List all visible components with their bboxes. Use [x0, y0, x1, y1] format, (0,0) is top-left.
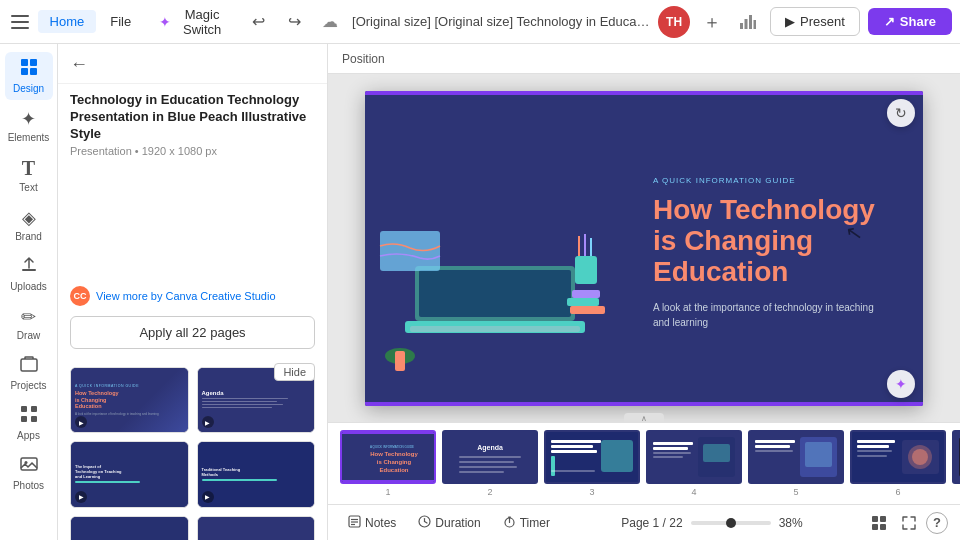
svg-rect-17 — [21, 458, 37, 470]
nav-file[interactable]: File — [98, 10, 143, 33]
sidebar-item-apps[interactable]: Apps — [5, 399, 53, 447]
film-slide-3[interactable]: 3 — [544, 430, 640, 497]
topbar-nav: Home File — [38, 10, 144, 33]
template-thumb-1[interactable]: A QUICK INFORMATION GUIDE How Technology… — [70, 367, 189, 434]
progress-bar[interactable] — [691, 521, 771, 525]
film-thumb-3[interactable] — [544, 430, 640, 484]
apply-all-button[interactable]: Apply all 22 pages — [70, 316, 315, 349]
timer-button[interactable]: Timer — [495, 511, 558, 535]
svg-rect-59 — [703, 444, 730, 462]
undo-button[interactable]: ↩ — [244, 8, 272, 36]
sidebar-item-photos[interactable]: Photos — [5, 449, 53, 497]
film-slide-1[interactable]: A QUICK INFORMATION GUIDE How Technology… — [340, 430, 436, 497]
svg-rect-2 — [11, 27, 29, 29]
analytics-button[interactable] — [734, 8, 762, 36]
film-slide-4[interactable]: 4 — [646, 430, 742, 497]
svg-rect-48 — [551, 445, 593, 448]
svg-rect-47 — [551, 440, 601, 443]
film-thumb-5[interactable] — [748, 430, 844, 484]
author-avatar: CC — [70, 286, 90, 306]
sidebar-item-label-uploads: Uploads — [10, 281, 47, 292]
template-thumb-4[interactable]: Traditional TeachingMethods ▶ — [197, 441, 316, 508]
duration-button[interactable]: Duration — [410, 511, 488, 535]
cloud-save-icon[interactable]: ☁ — [316, 8, 344, 36]
share-icon: ↗ — [884, 14, 895, 29]
filmstrip-collapse-button[interactable]: ∧ — [624, 413, 664, 423]
sidebar-item-projects[interactable]: Projects — [5, 349, 53, 397]
svg-rect-14 — [31, 406, 37, 412]
nav-home[interactable]: Home — [38, 10, 97, 33]
svg-rect-7 — [21, 59, 28, 66]
sidebar-item-uploads[interactable]: Uploads — [5, 250, 53, 298]
add-collaborator-button[interactable]: ＋ — [698, 8, 726, 36]
sidebar-item-text[interactable]: T Text — [5, 151, 53, 199]
sidebar-item-design[interactable]: Design — [5, 52, 53, 100]
canvas-right-panel: A QUICK INFORMATION GUIDE How Technology… — [623, 91, 923, 406]
svg-rect-0 — [11, 15, 29, 17]
brand-icon: ◈ — [22, 207, 36, 229]
canvas-magic-button[interactable]: ✦ — [887, 370, 915, 398]
film-thumb-2[interactable]: Agenda — [442, 430, 538, 484]
film-slide-num-1: 1 — [385, 487, 390, 497]
svg-point-73 — [912, 449, 928, 465]
film-thumb-1[interactable]: A QUICK INFORMATION GUIDE How Technology… — [340, 430, 436, 484]
slide-canvas[interactable]: A QUICK INFORMATION GUIDE How Technology… — [365, 91, 923, 406]
sidebar-item-brand[interactable]: ◈ Brand — [5, 201, 53, 248]
panel-back-button[interactable]: ← — [70, 54, 88, 75]
svg-rect-27 — [572, 290, 600, 298]
svg-rect-65 — [805, 442, 832, 467]
template-thumb-5[interactable]: Teaching and Learningwith Technology ▶ — [70, 516, 189, 540]
canvas-guide-text: A QUICK INFORMATION GUIDE — [653, 176, 893, 185]
template-title: Technology in Education Technology Prese… — [70, 92, 315, 143]
svg-rect-3 — [740, 23, 743, 29]
film-thumb-7[interactable] — [952, 430, 960, 484]
fullscreen-button[interactable] — [896, 510, 922, 536]
sidebar-item-label-projects: Projects — [10, 380, 46, 391]
sidebar-item-draw[interactable]: ✏ Draw — [5, 300, 53, 347]
template-thumb-3[interactable]: The Impact ofTechnology on Teachingand L… — [70, 441, 189, 508]
svg-rect-12 — [21, 359, 37, 371]
svg-rect-90 — [872, 524, 878, 530]
hide-panel-button[interactable]: Hide — [274, 363, 315, 381]
projects-icon — [20, 355, 38, 378]
share-button[interactable]: ↗ Share — [868, 8, 952, 35]
panel-header: ← — [58, 44, 327, 84]
svg-rect-52 — [601, 440, 633, 472]
canvas-reload-button[interactable]: ↻ — [887, 99, 915, 127]
author-link[interactable]: View more by Canva Creative Studio — [96, 290, 276, 302]
progress-track[interactable] — [691, 521, 771, 525]
canvas-main[interactable]: A QUICK INFORMATION GUIDE How Technology… — [328, 74, 960, 422]
template-thumb-6[interactable]: How to set upa virtual classroom ▶ — [197, 516, 316, 540]
film-slide-2[interactable]: Agenda 2 — [442, 430, 538, 497]
bottom-center: Page 1 / 22 38% — [564, 516, 860, 530]
svg-rect-63 — [755, 450, 793, 452]
magic-switch-button[interactable]: ✦ Magic Switch — [149, 3, 238, 41]
film-thumb-4[interactable] — [646, 430, 742, 484]
grid-view-button[interactable] — [866, 510, 892, 536]
svg-rect-28 — [575, 256, 597, 284]
avatar[interactable]: TH — [658, 6, 690, 38]
topbar-right: TH ＋ ▶ Present ↗ Share — [658, 6, 952, 38]
svg-rect-55 — [653, 447, 688, 450]
progress-thumb[interactable] — [726, 518, 736, 528]
film-slide-num-4: 4 — [691, 487, 696, 497]
svg-rect-9 — [21, 68, 28, 75]
svg-rect-91 — [880, 524, 886, 530]
film-slide-5[interactable]: 5 — [748, 430, 844, 497]
film-slide-7[interactable]: 7 — [952, 430, 960, 497]
share-label: Share — [900, 14, 936, 29]
notes-button[interactable]: Notes — [340, 511, 404, 535]
svg-rect-45 — [459, 471, 504, 473]
sidebar-item-elements[interactable]: ✦ Elements — [5, 102, 53, 149]
film-slide-6[interactable]: 6 — [850, 430, 946, 497]
present-icon: ▶ — [785, 14, 795, 29]
page-info: Page 1 / 22 — [621, 516, 682, 530]
sidebar-item-label-brand: Brand — [15, 231, 42, 242]
redo-button[interactable]: ↪ — [280, 8, 308, 36]
play-badge-2: ▶ — [202, 416, 214, 428]
film-thumb-6[interactable] — [850, 430, 946, 484]
film-slide-num-5: 5 — [793, 487, 798, 497]
hamburger-menu[interactable] — [8, 6, 32, 38]
help-button[interactable]: ? — [926, 512, 948, 534]
present-button[interactable]: ▶ Present — [770, 7, 860, 36]
